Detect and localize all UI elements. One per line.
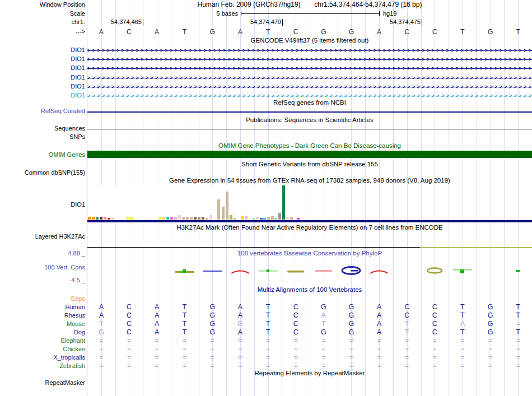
multiz-cell: G <box>209 320 215 328</box>
h3k27ac-track-header[interactable]: H3K27Ac Mark (Often Found Near Active Re… <box>87 224 532 231</box>
ruler-tick-mark <box>143 19 143 26</box>
gtex-chart-area[interactable] <box>87 185 298 220</box>
gene-direction-arrows: >>>>>>>>>>>>>>>>>>>>>>>>>>>>>>>>>>>>>>>>… <box>87 64 532 73</box>
gtex-bar <box>256 217 259 220</box>
multiz-cell: C <box>127 303 132 311</box>
multiz-cell: A <box>238 328 242 336</box>
gtex-bar <box>226 192 228 220</box>
multiz-cell: = <box>322 337 325 344</box>
snps-label[interactable]: SNPs <box>69 133 85 141</box>
dbsnp-track-header[interactable]: Short Genetic Variants from dbSNP releas… <box>87 161 532 168</box>
omim-track-header[interactable]: OMIM Gene Phenotypes - Dark Green Can Be… <box>87 142 532 150</box>
gencode-gene-label[interactable]: DIO1 <box>71 74 85 81</box>
multiz-cell: G <box>349 328 354 336</box>
gtex-track-header[interactable]: Gene Expression in 54 tissues from GTEx … <box>87 177 532 184</box>
layered-h3k27ac-label[interactable]: Layered H3K27Ac <box>35 233 85 240</box>
multiz-cell: A <box>238 303 242 311</box>
refseq-curated-item[interactable] <box>87 111 532 113</box>
multiz-cell: G <box>349 311 354 319</box>
omim-genes-bar[interactable] <box>87 151 532 158</box>
assembly-name: Human Feb. 2009 (GRCh37/hg19) <box>198 1 301 8</box>
base-letter: C <box>127 28 132 36</box>
gencode-gene-label[interactable]: DIO1 <box>71 55 85 63</box>
multiz-species-label[interactable]: Human <box>66 304 85 311</box>
multiz-cell: = <box>155 337 158 344</box>
gencode-gene-row[interactable]: >>>>>>>>>>>>>>>>>>>>>>>>>>>>>>>>>>>>>>>>… <box>87 64 532 73</box>
repeatmasker-track-header[interactable]: Repeating Elements by RepeatMasker <box>87 370 532 377</box>
gencode-gene-label[interactable]: DIO1 <box>71 46 85 54</box>
common-dbsnp-label[interactable]: Common dbSNP(155) <box>25 169 85 176</box>
base-letter: A <box>238 28 242 36</box>
genome-browser-image[interactable]: Human Feb. 2009 (GRCh37/hg19) chr1:54,37… <box>0 0 532 396</box>
gencode-gene-row[interactable]: >>>>>>>>>>>>>>>>>>>>>>>>>>>>>>>>>>>>>>>>… <box>87 82 532 91</box>
multiz-cell: C <box>432 303 437 311</box>
multiz-cell: T <box>516 311 520 319</box>
multiz-cell: = <box>516 320 520 328</box>
multiz-cell: G <box>99 328 104 336</box>
gtex-bar <box>286 217 289 220</box>
publications-item[interactable] <box>87 129 532 129</box>
multiz-species-label[interactable]: Dog <box>74 329 85 336</box>
multiz-cell: C <box>293 303 298 311</box>
cons-track-label[interactable]: 100 Vert. Cons <box>44 264 85 271</box>
multiz-cell: C <box>293 320 298 328</box>
gtex-bar <box>92 217 95 220</box>
multiz-cell: = <box>433 337 436 344</box>
multiz-cell: = <box>155 362 158 370</box>
multiz-cell: = <box>266 345 269 353</box>
multiz-cell: = <box>183 353 186 361</box>
gencode-track-header[interactable]: GENCODE V49lift37 (5 items filtered out) <box>87 37 532 44</box>
refseq-track-header[interactable]: RefSeq genes from NCBI <box>87 99 532 106</box>
cons-min-value: -4.5 _ <box>69 277 85 284</box>
refseq-curated-label[interactable]: RefSeq Curated <box>41 108 85 115</box>
gtex-bar <box>222 207 225 220</box>
multiz-cell: T <box>516 303 520 311</box>
scale-bar <box>241 13 379 14</box>
multiz-species-label[interactable]: Gaps <box>71 295 85 302</box>
gtex-bar <box>158 217 161 220</box>
multiz-species-label[interactable]: Chicken <box>63 346 85 353</box>
scale-db-text: hg19 <box>383 10 396 17</box>
cons-glyph <box>508 267 528 277</box>
gtex-bar <box>282 185 285 220</box>
publications-sequences-label[interactable]: Sequences <box>54 125 85 132</box>
omim-genes-label[interactable]: OMIM Genes <box>49 151 85 159</box>
gtex-bar <box>104 217 106 220</box>
multiz-species-label[interactable]: Elephant <box>61 337 85 344</box>
multiz-cell: G <box>209 303 215 311</box>
multiz-cell: A <box>99 311 104 319</box>
gencode-gene-label[interactable]: DIO1 <box>71 64 85 72</box>
multiz-cell: = <box>266 353 269 361</box>
multiz-cell: C <box>127 311 132 319</box>
multiz-species-label[interactable]: Rhesus <box>64 312 85 319</box>
multiz-species-label[interactable]: Zebrafish <box>59 362 85 370</box>
multiz-cell: = <box>294 362 297 370</box>
scale-label: Scale <box>69 10 85 17</box>
gtex-bar <box>88 217 91 220</box>
cons-glyph <box>339 265 363 278</box>
publications-track-header[interactable]: Publications: Sequences in Scientific Ar… <box>87 117 532 124</box>
multiz-cell: = <box>405 362 408 370</box>
gtex-bar <box>271 216 274 220</box>
gencode-gene-label[interactable]: DIO1 <box>71 83 85 90</box>
gencode-gene-row[interactable]: >>>>>>>>>>>>>>>>>>>>>>>>>>>>>>>>>>>>>>>>… <box>87 73 532 82</box>
repeatmasker-label[interactable]: RepeatMasker <box>45 379 85 386</box>
multiz-species-label[interactable]: X_tropicalis <box>53 354 85 361</box>
gtex-bar <box>170 217 173 220</box>
gtex-gene-label[interactable]: DIO1 <box>71 201 85 208</box>
gtex-bar <box>202 217 204 220</box>
multiz-cell: = <box>127 362 130 370</box>
gencode-gene-label[interactable]: DIO1 <box>71 92 85 99</box>
multiz-cell: T <box>405 328 409 336</box>
multiz-cell: A <box>460 320 465 328</box>
multiz-cell: G <box>237 320 243 328</box>
multiz-cell: T <box>266 303 270 311</box>
multiz-species-label[interactable]: Mouse <box>67 320 85 328</box>
cons-track-header[interactable]: 100 vertebrates Basewise Conservation by… <box>87 250 532 257</box>
multiz-cell: G <box>321 303 326 311</box>
gencode-gene-row[interactable]: >>>>>>>>>>>>>>>>>>>>>>>>>>>>>>>>>>>>>>>>… <box>87 46 532 55</box>
gencode-gene-row[interactable]: >>>>>>>>>>>>>>>>>>>>>>>>>>>>>>>>>>>>>>>>… <box>87 55 532 64</box>
h3k27ac-segment <box>87 247 420 248</box>
window-position-label: Window Position <box>40 1 85 8</box>
multiz-track-header[interactable]: Multiz Alignments of 100 Vertebrates <box>87 286 532 293</box>
